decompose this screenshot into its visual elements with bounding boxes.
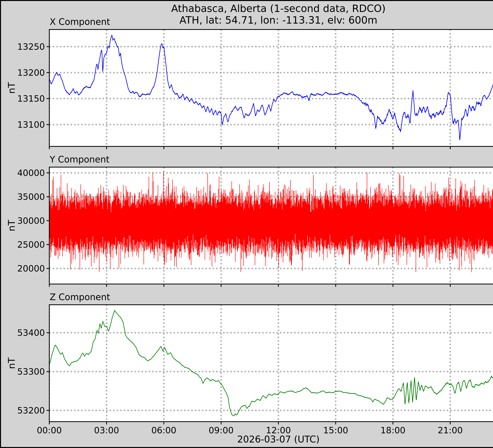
x-tick-label: 06:00: [151, 425, 176, 435]
x-tick-label: 18:00: [381, 425, 405, 435]
subplot-z-component: 53200533005340000:0003:0006:0009:0012:00…: [6, 305, 493, 435]
y-tick-label: 13250: [17, 42, 45, 52]
y-tick-label: 53200: [17, 405, 45, 415]
y-tick-label: 13100: [17, 120, 45, 130]
y-tick-label: 30000: [17, 216, 45, 226]
subplot-y-component: 2000025000300003500040000nT: [6, 167, 493, 287]
x-tick-label: 00:00: [37, 425, 62, 435]
y-tick-label: 20000: [17, 264, 45, 274]
y-axis-label: nT: [6, 82, 17, 94]
plot-area: [49, 305, 493, 422]
y-axis-label: nT: [6, 357, 17, 369]
y-tick-label: 40000: [17, 168, 45, 178]
y-tick-label: 53400: [17, 328, 45, 338]
subplot-x-component: 13100131501320013250nT: [6, 30, 493, 149]
figure: Athabasca, Alberta (1-second data, RDCO)…: [0, 0, 493, 448]
tick-labels: 2000025000300003500040000: [17, 168, 45, 274]
x-tick-label: 12:00: [266, 425, 291, 435]
y-tick-label: 13150: [17, 93, 45, 104]
x-tick-label: 03:00: [94, 425, 119, 435]
x-tick-label: 15:00: [323, 425, 348, 435]
tick-labels: 13100131501320013250: [17, 42, 45, 130]
x-tick-label: 21:00: [438, 425, 463, 435]
y-tick-label: 25000: [17, 240, 45, 250]
charts-canvas: 13100131501320013250nT200002500030000350…: [0, 0, 493, 448]
y-tick-label: 35000: [17, 192, 45, 202]
y-tick-label: 53300: [17, 367, 45, 377]
x-tick-label: 09:00: [209, 425, 234, 435]
y-axis-label: nT: [6, 220, 17, 231]
y-tick-label: 13200: [17, 68, 45, 78]
